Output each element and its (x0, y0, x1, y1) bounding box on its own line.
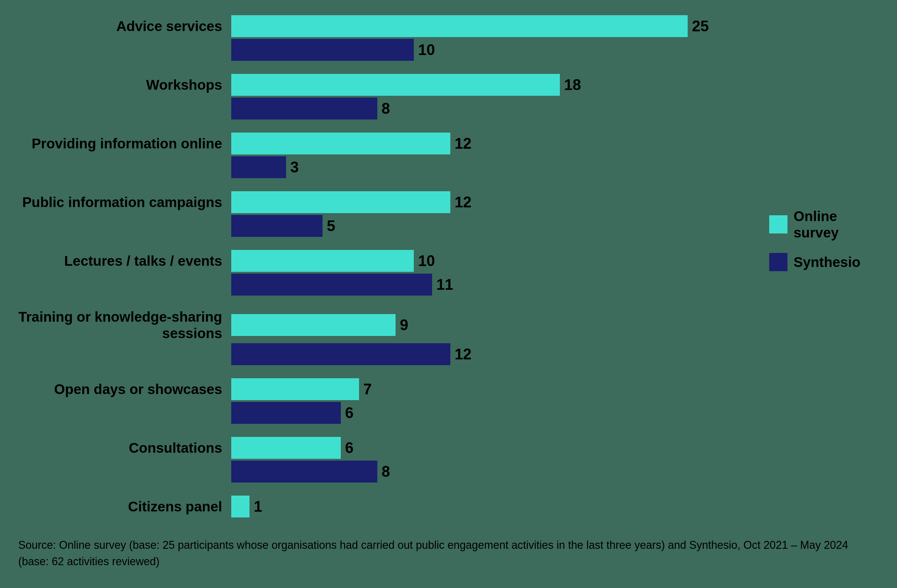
bar-teal (231, 496, 250, 518)
bar-wrap-teal: 7 (231, 378, 739, 400)
bar-value-teal: 1 (254, 498, 262, 515)
bar-row-navy: 10 (18, 39, 739, 61)
bar-row-teal: Training or knowledge-sharing sessions9 (18, 309, 739, 341)
bar-wrap-navy: 5 (231, 215, 739, 237)
bar-teal (231, 378, 359, 400)
bar-navy (231, 215, 323, 237)
bar-wrap-teal: 12 (231, 191, 739, 213)
bar-row-teal: Workshops18 (18, 74, 739, 96)
legend-color-teal (769, 215, 787, 234)
bar-group: Consultations68 (18, 437, 739, 484)
bar-value-navy: 6 (345, 404, 354, 422)
bar-row-navy: 3 (18, 156, 739, 178)
bar-teal (231, 191, 450, 213)
bar-wrap-navy: 6 (231, 402, 739, 424)
bar-wrap-teal: 9 (231, 314, 739, 336)
bar-value-teal: 25 (692, 17, 709, 35)
bar-row-teal: Lectures / talks / events10 (18, 250, 739, 272)
bar-label: Open days or showcases (18, 381, 231, 397)
legend-label-navy: Synthesio (794, 254, 860, 270)
bar-wrap-teal: 6 (231, 437, 739, 459)
bar-label: Providing information online (18, 135, 231, 152)
bar-wrap-navy: 8 (231, 461, 739, 483)
bar-wrap-navy: 10 (231, 39, 739, 61)
bar-value-teal: 6 (345, 439, 354, 457)
bar-value-teal: 12 (455, 135, 471, 152)
bar-navy (231, 461, 377, 483)
bar-row-navy: 8 (18, 98, 739, 119)
legend-area: Online survey Synthesio (751, 0, 879, 528)
bar-navy (231, 98, 377, 119)
bar-row-teal: Providing information online12 (18, 133, 739, 154)
bar-value-navy: 10 (418, 41, 435, 59)
bar-navy (231, 402, 341, 424)
bar-teal (231, 133, 450, 154)
bar-wrap-navy: 12 (231, 343, 739, 365)
chart-area: Advice services2510Workshops188Providing… (18, 12, 879, 528)
bar-wrap-navy: 3 (231, 156, 739, 178)
bar-label: Public information campaigns (18, 194, 231, 211)
bar-value-teal: 7 (363, 380, 372, 398)
bar-wrap-navy: 8 (231, 98, 739, 119)
legend-item-navy: Synthesio (769, 253, 879, 271)
bar-navy (231, 343, 450, 365)
bar-value-teal: 18 (564, 76, 581, 94)
bar-label: Advice services (18, 18, 231, 34)
chart-main: Advice services2510Workshops188Providing… (18, 12, 739, 528)
bar-group: Advice services2510 (18, 15, 739, 63)
bar-group: Providing information online123 (18, 133, 739, 180)
bar-teal (231, 314, 396, 336)
bar-wrap-teal: 1 (231, 496, 739, 518)
bar-group: Citizens panel1 (18, 496, 739, 519)
bar-value-navy: 5 (327, 217, 335, 235)
bar-label: Workshops (18, 76, 231, 93)
bar-wrap-teal: 12 (231, 133, 739, 154)
bar-row-navy: 5 (18, 215, 739, 237)
bar-value-navy: 12 (455, 345, 471, 363)
bar-label: Consultations (18, 440, 231, 456)
bar-row-teal: Citizens panel1 (18, 496, 739, 518)
bar-label: Lectures / talks / events (18, 253, 231, 269)
bar-teal (231, 437, 341, 459)
bar-value-teal: 12 (455, 193, 471, 211)
bar-navy (231, 39, 414, 61)
bar-value-navy: 3 (290, 159, 299, 176)
bar-group: Open days or showcases76 (18, 378, 739, 426)
bar-label: Training or knowledge-sharing sessions (18, 309, 231, 341)
bar-value-navy: 11 (436, 276, 453, 293)
bar-row-teal: Open days or showcases7 (18, 378, 739, 400)
bar-value-navy: 8 (381, 100, 390, 118)
legend-item-teal: Online survey (769, 208, 879, 241)
source-text: Source: Online survey (base: 25 particip… (18, 537, 879, 570)
bar-group: Lectures / talks / events1011 (18, 250, 739, 297)
bar-row-navy: 6 (18, 402, 739, 424)
legend-color-navy (769, 253, 787, 271)
bar-label: Citizens panel (18, 498, 231, 515)
bar-value-navy: 8 (381, 463, 390, 480)
bar-wrap-teal: 25 (231, 15, 739, 37)
bar-navy (231, 156, 286, 178)
bar-group: Public information campaigns125 (18, 191, 739, 239)
bar-teal (231, 15, 688, 37)
bar-value-teal: 10 (418, 252, 435, 270)
bar-teal (231, 250, 414, 272)
bar-row-navy: 8 (18, 461, 739, 483)
bar-row-teal: Public information campaigns12 (18, 191, 739, 213)
bar-row-teal: Advice services25 (18, 15, 739, 37)
bar-wrap-teal: 10 (231, 250, 739, 272)
bar-wrap-navy: 11 (231, 273, 739, 296)
bar-row-navy: 11 (18, 273, 739, 296)
bar-row-teal: Consultations6 (18, 437, 739, 459)
bar-teal (231, 74, 560, 96)
legend-label-teal: Online survey (794, 208, 879, 241)
bar-group: Workshops188 (18, 74, 739, 121)
bar-group: Training or knowledge-sharing sessions91… (18, 309, 739, 367)
bar-wrap-teal: 18 (231, 74, 739, 96)
bar-navy (231, 273, 432, 296)
bar-row-navy: 12 (18, 343, 739, 365)
bar-value-teal: 9 (400, 316, 408, 334)
